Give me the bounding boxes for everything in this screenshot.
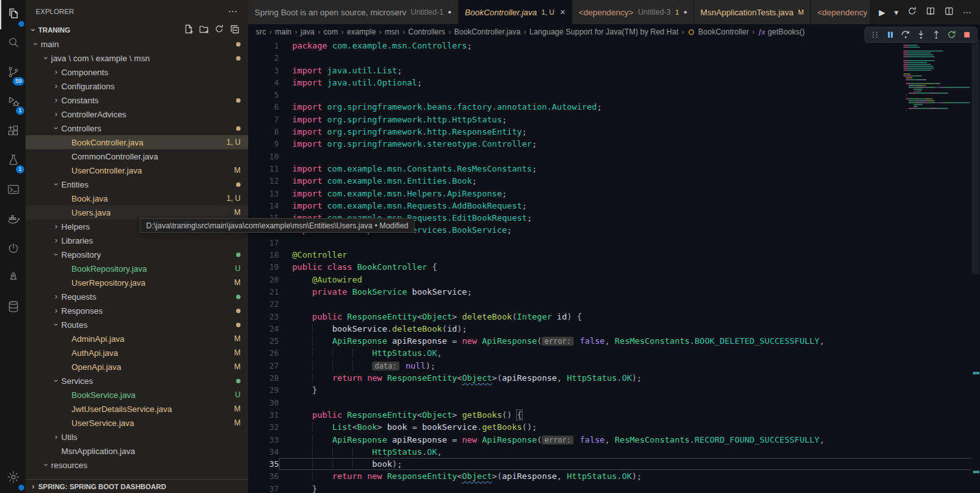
tree-item[interactable]: UserService.javaM	[26, 416, 248, 430]
breadcrumb-item[interactable]: Controllers	[408, 27, 445, 36]
line-number: 23	[248, 311, 279, 323]
more-button[interactable]: ⋯	[963, 8, 971, 17]
activity-explorer-button[interactable]	[0, 0, 26, 29]
line-number: 7	[248, 114, 279, 126]
pause-button[interactable]	[886, 30, 895, 40]
activity-database-button[interactable]	[0, 293, 26, 323]
breadcrumb-item[interactable]: ƒxgetBooks()	[758, 27, 805, 36]
collapse-all-icon[interactable]	[230, 24, 239, 35]
tree-item[interactable]: AdminApi.javaM	[26, 332, 248, 346]
run-button[interactable]: ▶	[879, 8, 885, 17]
tree-item[interactable]: ›Responses	[26, 304, 248, 318]
tree-item-label: Configurations	[61, 82, 115, 91]
tree-item-decorations	[236, 323, 248, 327]
breadcrumb-item[interactable]: msn	[385, 27, 399, 36]
breadcrumb-item[interactable]: main	[275, 27, 292, 36]
breadcrumb-label: main	[275, 27, 292, 36]
explorer-more-icon[interactable]: ⋯	[228, 6, 238, 17]
tree-item[interactable]: ›Configurations	[26, 79, 248, 93]
activity-source-control-button[interactable]: 59	[0, 59, 26, 88]
tree-item[interactable]: ›Components	[26, 65, 248, 79]
breadcrumb-item[interactable]: example	[347, 27, 376, 36]
tree-item[interactable]: ›Entities	[26, 177, 248, 191]
activity-testing-button[interactable]: 1	[0, 147, 26, 176]
tree-item[interactable]: ›Utils	[26, 430, 248, 444]
tree-item[interactable]: BookRepository.javaU	[26, 261, 248, 276]
activity-docker-button[interactable]	[0, 205, 26, 235]
tree-item[interactable]: UserController.javaM	[26, 163, 248, 177]
breadcrumb-item[interactable]: BookController.java	[454, 27, 521, 36]
tree-item[interactable]: ›Services	[26, 374, 248, 388]
restart-button[interactable]	[947, 30, 956, 40]
tab-spring-boot-is-an-open-source-microserv[interactable]: Spring Boot is an open source, microserv…	[248, 0, 459, 24]
step-into-button[interactable]	[916, 30, 926, 40]
activity-power-button[interactable]	[0, 235, 26, 264]
refresh-icon[interactable]	[214, 24, 224, 35]
tree-item[interactable]: MsnApplication.java	[26, 444, 248, 458]
tree-item[interactable]: Users.javaM	[26, 205, 248, 219]
code-text	[279, 151, 971, 163]
breadcrumb-item[interactable]: src	[256, 27, 266, 36]
spring-boot-dashboard-section[interactable]: › SPRING: SPRING BOOT DASHBOARD	[26, 479, 248, 493]
tree-item[interactable]: ›java \ com \ example \ msn	[26, 51, 248, 65]
breadcrumb-item[interactable]: Language Support for Java(TM) by Red Hat	[530, 27, 678, 36]
tab--dependency[interactable]: <dependency	[811, 0, 874, 24]
open-book-icon[interactable]	[926, 6, 935, 18]
tab-msnapplicationtests-java[interactable]: MsnApplicationTests.javaM	[694, 0, 811, 24]
scrollbar-slider[interactable]	[972, 40, 979, 274]
tree-item[interactable]: Book.java1, U	[26, 191, 248, 205]
split-editor-icon[interactable]	[944, 6, 954, 18]
tree-item[interactable]: ›Routes	[26, 318, 248, 332]
tree-item[interactable]: ›Requests	[26, 290, 248, 304]
extensions-icon	[6, 124, 20, 140]
grip-handle	[870, 30, 880, 40]
sync-icon[interactable]	[907, 6, 917, 18]
tree-item[interactable]: UserRepository.javaM	[26, 276, 248, 290]
tree-item[interactable]: ›main	[26, 37, 248, 51]
activity-search-button[interactable]	[0, 29, 26, 59]
tree-item[interactable]: BookService.javaU	[26, 388, 248, 402]
activity-run-debug-button[interactable]: 1	[0, 88, 26, 117]
new-file-icon[interactable]	[184, 24, 193, 35]
minimap[interactable]	[903, 41, 971, 493]
tree-item[interactable]: BookController.java1, U	[26, 135, 248, 149]
tree-item[interactable]: ›ControllerAdvices	[26, 107, 248, 121]
run-dropdown-button[interactable]: ▾	[894, 8, 898, 17]
tree-item-label: OpenApi.java	[71, 362, 121, 372]
tree-item[interactable]: CommonController.java	[26, 149, 248, 163]
minimap-line	[903, 104, 971, 105]
explorer-icon	[6, 6, 20, 23]
code-line: 6import org.springframework.beans.factor…	[248, 101, 971, 113]
tree-item[interactable]: ›Constants	[26, 93, 248, 107]
activity-rocket-button[interactable]	[0, 264, 26, 293]
breadcrumb-item[interactable]: java	[301, 27, 315, 36]
tree-item-decorations: M	[234, 166, 248, 175]
code-editor[interactable]: 1package com.example.msn.Controllers;23i…	[248, 40, 971, 493]
vertical-scrollbar[interactable]	[971, 40, 980, 493]
tree-item[interactable]: ›resources	[26, 458, 248, 472]
breadcrumb-item[interactable]: com	[323, 27, 338, 36]
step-over-button[interactable]	[901, 30, 910, 40]
tab-close-button[interactable]: ×	[560, 7, 565, 17]
tab-bookcontroller-java[interactable]: BookController.java1, U×	[459, 0, 572, 24]
new-folder-icon[interactable]	[199, 24, 209, 35]
stop-button[interactable]	[962, 30, 972, 40]
tree-item[interactable]: ›Controllers	[26, 121, 248, 135]
tab--dependency-[interactable]: <dependency>Untitled-31●	[572, 0, 694, 24]
breadcrumb-item[interactable]: BookController	[687, 27, 748, 36]
badge-dot	[19, 485, 24, 490]
tree-item-decorations	[236, 56, 248, 61]
tree-item[interactable]: OpenApi.javaM	[26, 360, 248, 374]
explorer-section-header[interactable]: › TRANING	[26, 22, 248, 37]
tree-item[interactable]: JwtUserDetailsService.javaM	[26, 402, 248, 416]
tree-item[interactable]: ›Libraries	[26, 233, 248, 247]
activity-terminal-button[interactable]	[0, 176, 26, 205]
git-badge: 1, U	[226, 194, 241, 203]
activity-settings-button[interactable]	[0, 464, 26, 493]
minimap-line	[903, 110, 971, 111]
tree-item[interactable]: ›Repository	[26, 247, 248, 261]
activity-extensions-button[interactable]	[0, 117, 26, 147]
tree-item[interactable]: AuthApi.javaM	[26, 346, 248, 360]
line-number: 20	[248, 274, 279, 286]
step-out-button[interactable]	[932, 30, 941, 40]
